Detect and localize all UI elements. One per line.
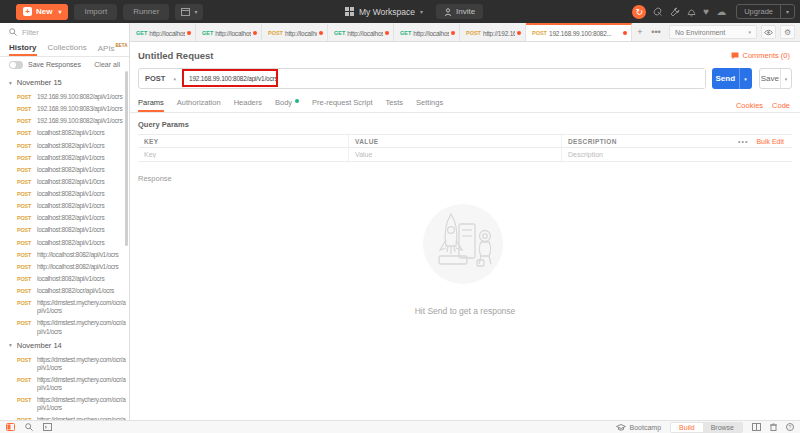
history-url-label: localhost:8082/api/v1/ocrs bbox=[37, 275, 126, 283]
history-method-label: POST bbox=[17, 117, 34, 124]
history-item[interactable]: POSTlocalhost:8082/api/v1/ocrs bbox=[0, 224, 129, 236]
tab-body[interactable]: Body bbox=[275, 98, 299, 112]
send-button[interactable]: Send ▾ bbox=[712, 68, 752, 89]
environment-quicklook-button[interactable] bbox=[761, 25, 776, 39]
history-item[interactable]: POST192.168.99.100:8082/api/v1/ocrs bbox=[0, 115, 129, 127]
bell-icon[interactable] bbox=[687, 7, 696, 17]
help-button[interactable]: ? bbox=[786, 423, 794, 431]
history-item[interactable]: POSThttps://dmstest.mychery.com/ocr/api/… bbox=[0, 374, 129, 394]
new-tab-button[interactable]: + bbox=[632, 23, 648, 41]
heart-icon[interactable]: ♥ bbox=[703, 7, 709, 17]
history-item[interactable]: POSThttps://dmstest.mychery.com/ocr/api/… bbox=[0, 394, 129, 414]
upgrade-button[interactable]: Upgrade ▾ bbox=[736, 4, 795, 19]
param-value-input[interactable] bbox=[355, 151, 555, 158]
request-tab[interactable]: POSThttp://192.168.0.66/a... bbox=[460, 23, 526, 41]
url-input[interactable] bbox=[183, 69, 705, 88]
history-method-label: POST bbox=[17, 356, 34, 363]
history-item[interactable]: POSThttp://localhost:8082/api/v1/ocrs bbox=[0, 249, 129, 261]
tab-collections[interactable]: Collections bbox=[48, 43, 87, 56]
satellite-icon[interactable] bbox=[653, 7, 663, 17]
request-tab[interactable]: GEThttp://localhost:21019... bbox=[394, 23, 460, 41]
history-method-label: POST bbox=[17, 129, 34, 136]
search-button[interactable] bbox=[25, 423, 33, 431]
request-title: Untitled Request bbox=[138, 50, 213, 61]
tab-apis[interactable]: APIsBETA bbox=[98, 43, 128, 57]
history-item[interactable]: POSTlocalhost:8082/api/v1/ocrs bbox=[0, 152, 129, 164]
save-responses-toggle[interactable] bbox=[9, 61, 23, 69]
method-select[interactable]: POST ▾ bbox=[139, 69, 183, 88]
sidebar-scrollbar[interactable] bbox=[125, 71, 128, 246]
request-tab[interactable]: GEThttp://localhost:21019... bbox=[328, 23, 394, 41]
history-item[interactable]: POSTlocalhost:8082/api/v1/ocrs bbox=[0, 237, 129, 249]
comment-icon bbox=[731, 52, 739, 60]
history-item[interactable]: POSThttps://dmstest.mychery.com/ocr/api/… bbox=[0, 354, 129, 374]
history-method-label: POST bbox=[17, 105, 34, 112]
history-item[interactable]: POSThttps://dmstest.mychery.com/ocr/api/… bbox=[0, 297, 129, 317]
history-item[interactable]: POSTlocalhost:8082/api/v1/0crs bbox=[0, 176, 129, 188]
cookies-link[interactable]: Cookies bbox=[736, 101, 763, 110]
wrench-icon[interactable] bbox=[670, 7, 680, 17]
history-item[interactable]: POSTlocalhost:8082/api/v1/ocrs bbox=[0, 200, 129, 212]
history-item[interactable]: POSTlocalhost:8082/api/v1/ocrs bbox=[0, 127, 129, 139]
code-link[interactable]: Code bbox=[772, 101, 790, 110]
param-description-input[interactable] bbox=[568, 151, 786, 158]
history-url-label: https://dmstest.mychery.com/ocr/api/v1/o… bbox=[37, 319, 126, 335]
request-tab[interactable]: GEThttp://localhost:21021... bbox=[196, 23, 262, 41]
toggle-sidebar-button[interactable] bbox=[6, 423, 15, 431]
runner-button[interactable]: Runner bbox=[123, 4, 169, 20]
request-tab[interactable]: GEThttp://localhost:21019... bbox=[130, 23, 196, 41]
import-button[interactable]: Import bbox=[74, 4, 117, 20]
bootcamp-button[interactable]: Bootcamp bbox=[616, 424, 662, 431]
console-button[interactable] bbox=[43, 423, 52, 431]
history-group-header[interactable]: ▾November 14 bbox=[0, 338, 129, 354]
more-options-icon[interactable]: ••• bbox=[738, 138, 748, 145]
history-item[interactable]: POSTlocalhost:8082/api/v1/ocrs bbox=[0, 188, 129, 200]
two-pane-button[interactable] bbox=[752, 423, 761, 431]
history-item[interactable]: POSTlocalhost:8082/api/v1/ocrs bbox=[0, 212, 129, 224]
chevron-down-icon: ▾ bbox=[780, 69, 791, 88]
workspace-switcher[interactable]: My Workspace bbox=[359, 7, 415, 17]
invite-button[interactable]: Invite bbox=[436, 4, 483, 19]
sync-status-button[interactable]: ↻ bbox=[632, 5, 646, 19]
tab-url-label: 192.168.99.100:8082... bbox=[549, 30, 621, 37]
history-item[interactable]: POSThttp://localhost:8082/api/v1/ocrs bbox=[0, 261, 129, 273]
new-button[interactable]: + New ▾ bbox=[16, 4, 68, 20]
history-item[interactable]: POSTlocalhost:8082/api/v1/ocrs bbox=[0, 273, 129, 285]
history-method-label: POST bbox=[17, 190, 34, 197]
bulk-edit-button[interactable]: Bulk Edit bbox=[756, 138, 784, 145]
trash-button[interactable] bbox=[770, 423, 777, 431]
param-key-input[interactable] bbox=[144, 151, 342, 158]
history-item[interactable]: POSTlocalhost:8082/api/v1/ocrs bbox=[0, 140, 129, 152]
open-new-window-button[interactable]: ▾ bbox=[175, 4, 203, 20]
tab-params[interactable]: Params bbox=[138, 98, 164, 112]
browse-tab[interactable]: Browse bbox=[703, 423, 742, 432]
tab-history[interactable]: History bbox=[9, 43, 37, 56]
tab-method-label: GET bbox=[400, 30, 411, 36]
tab-authorization[interactable]: Authorization bbox=[177, 98, 221, 112]
history-item[interactable]: POSTlocalhost:8082/api/v1/ocrs bbox=[0, 164, 129, 176]
tab-headers[interactable]: Headers bbox=[234, 98, 262, 112]
request-tab[interactable]: POSThttp://localhost:2101... bbox=[262, 23, 328, 41]
comments-button[interactable]: Comments (0) bbox=[731, 51, 790, 60]
cloud-icon[interactable]: ☁ bbox=[716, 7, 726, 17]
settings-button[interactable]: ⚙ bbox=[780, 25, 795, 39]
history-method-label: POST bbox=[17, 178, 34, 185]
tab-pre-request-script[interactable]: Pre-request Script bbox=[312, 98, 372, 112]
plus-icon: + bbox=[23, 7, 32, 16]
tab-options-button[interactable]: ••• bbox=[648, 23, 664, 41]
params-table: KEY VALUE DESCRIPTION ••• Bulk Edit bbox=[138, 134, 792, 162]
history-item[interactable]: POST192.168.99.100:8082/api/v1/ocrs bbox=[0, 91, 129, 103]
filter-input[interactable] bbox=[22, 28, 112, 37]
build-tab[interactable]: Build bbox=[671, 423, 703, 432]
environment-select[interactable]: No Environment ▾ bbox=[669, 25, 757, 39]
history-item[interactable]: POSThttps://dmstest.mychery.com/ocr/api/… bbox=[0, 317, 129, 337]
tab-settings[interactable]: Settings bbox=[416, 98, 443, 112]
history-item[interactable]: POST192.168.99.100:8083/api/v1/ocrs bbox=[0, 103, 129, 115]
save-button[interactable]: Save ▾ bbox=[759, 68, 792, 89]
tab-tests[interactable]: Tests bbox=[386, 98, 404, 112]
history-group-header[interactable]: ▾November 15 bbox=[0, 75, 129, 91]
history-item[interactable]: POSTlocalhost:8082/ocr/api/v1/ocrs bbox=[0, 285, 129, 297]
clear-all-button[interactable]: Clear all bbox=[94, 61, 120, 68]
request-tab[interactable]: POST192.168.99.100:8082... bbox=[526, 23, 632, 41]
history-date-label: November 15 bbox=[17, 78, 62, 87]
